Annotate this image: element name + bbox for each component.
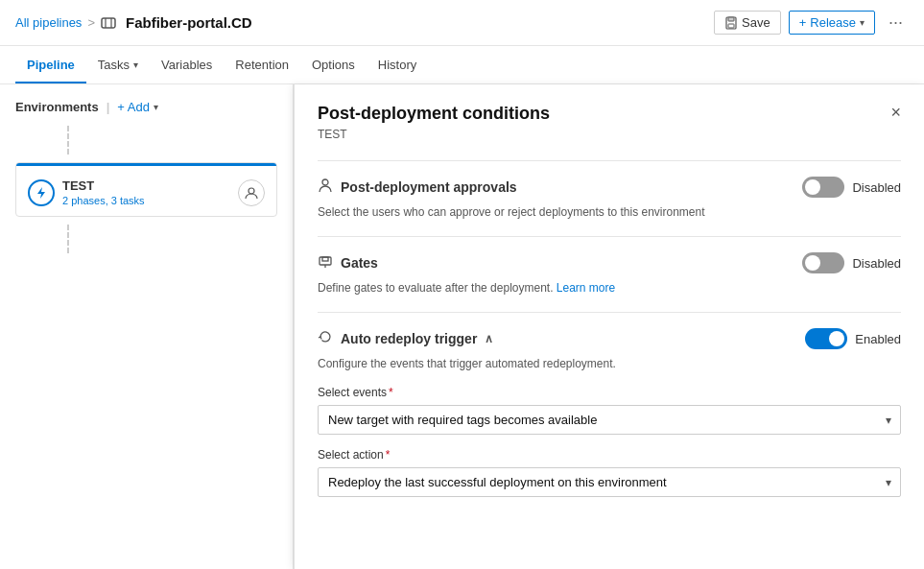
select-events-label: Select events* bbox=[318, 386, 901, 399]
auto-redeploy-icon bbox=[318, 329, 333, 348]
right-panel: Post-deployment conditions × TEST Post-d… bbox=[294, 84, 924, 569]
add-chevron-icon: ▾ bbox=[154, 102, 158, 112]
auto-redeploy-row: Auto redeploy trigger ∧ Enabled bbox=[318, 328, 901, 349]
select-events-wrapper: New target with required tags becomes av… bbox=[318, 405, 901, 435]
approvals-toggle-knob bbox=[805, 179, 820, 195]
release-button[interactable]: + Release ▾ bbox=[789, 11, 875, 35]
select-events-dropdown[interactable]: New target with required tags becomes av… bbox=[318, 405, 901, 435]
select-action-label: Select action* bbox=[318, 448, 901, 462]
svg-point-8 bbox=[322, 179, 328, 185]
add-environment-button[interactable]: + Add ▾ bbox=[117, 100, 158, 114]
select-action-dropdown[interactable]: Redeploy the last successful deployment … bbox=[318, 467, 901, 497]
svg-rect-0 bbox=[102, 18, 115, 28]
panel-subtitle: TEST bbox=[318, 128, 901, 141]
stage-name: TEST bbox=[62, 178, 230, 193]
approvals-icon bbox=[318, 178, 333, 197]
gates-icon bbox=[318, 253, 333, 273]
close-button[interactable]: × bbox=[890, 104, 901, 121]
environments-header: Environments | + Add ▾ bbox=[0, 96, 293, 126]
auto-redeploy-label-row: Auto redeploy trigger ∧ bbox=[318, 329, 493, 348]
gates-toggle[interactable] bbox=[802, 252, 844, 273]
top-bar-actions: Save + Release ▾ ··· bbox=[714, 9, 909, 36]
stage-sub: 2 phases, 3 tasks bbox=[62, 195, 230, 206]
tab-retention[interactable]: Retention bbox=[224, 48, 300, 83]
auto-redeploy-label: Auto redeploy trigger bbox=[341, 331, 477, 346]
gates-toggle-label: Disabled bbox=[852, 256, 901, 271]
top-bar: All pipelines > Fabfiber-portal.CD Save … bbox=[0, 0, 924, 46]
panel-title: Post-deployment conditions bbox=[318, 104, 550, 124]
approvals-label-row: Post-deployment approvals bbox=[318, 178, 517, 197]
more-options-button[interactable]: ··· bbox=[883, 9, 909, 36]
approvals-toggle[interactable] bbox=[802, 177, 844, 198]
approvals-toggle-label: Disabled bbox=[852, 180, 901, 195]
gates-toggle-knob bbox=[805, 255, 820, 271]
learn-more-link[interactable]: Learn more bbox=[557, 281, 615, 295]
tasks-chevron-icon: ▾ bbox=[133, 59, 138, 70]
tab-history[interactable]: History bbox=[367, 48, 428, 83]
tab-tasks[interactable]: Tasks ▾ bbox=[86, 48, 150, 83]
header-sep: | bbox=[107, 100, 110, 114]
svg-point-7 bbox=[249, 188, 254, 194]
gates-label-row: Gates bbox=[318, 253, 378, 273]
select-action-wrapper: Redeploy the last successful deployment … bbox=[318, 467, 901, 497]
approvals-desc: Select the users who can approve or reje… bbox=[318, 203, 901, 221]
auto-redeploy-toggle[interactable] bbox=[805, 328, 847, 349]
pipeline-title: Fabfiber-portal.CD bbox=[126, 14, 252, 31]
release-chevron-icon: ▾ bbox=[860, 17, 865, 28]
gates-section: Gates Disabled Define gates to evaluate … bbox=[318, 236, 901, 312]
gates-toggle-container: Disabled bbox=[802, 252, 901, 273]
environments-label: Environments bbox=[15, 100, 99, 114]
panel-header: Post-deployment conditions × bbox=[318, 104, 901, 124]
breadcrumb-sep: > bbox=[87, 15, 95, 30]
gates-desc: Define gates to evaluate after the deplo… bbox=[318, 279, 901, 296]
all-pipelines-link[interactable]: All pipelines bbox=[15, 15, 82, 30]
tab-variables[interactable]: Variables bbox=[150, 48, 224, 83]
approvals-label: Post-deployment approvals bbox=[341, 179, 517, 195]
stage-top-bar bbox=[16, 163, 276, 166]
main-layout: Environments | + Add ▾ TEST 2 phases, 3 … bbox=[0, 84, 924, 569]
auto-redeploy-toggle-container: Enabled bbox=[805, 328, 901, 349]
nav-tabs: Pipeline Tasks ▾ Variables Retention Opt… bbox=[0, 46, 924, 84]
auto-redeploy-arrow-icon: ∧ bbox=[485, 332, 493, 345]
breadcrumb: All pipelines > Fabfiber-portal.CD bbox=[15, 14, 714, 31]
svg-rect-10 bbox=[322, 257, 328, 261]
gates-row: Gates Disabled bbox=[318, 252, 901, 273]
auto-redeploy-desc: Configure the events that trigger automa… bbox=[318, 355, 901, 372]
approvals-section: Post-deployment approvals Disabled Selec… bbox=[318, 160, 901, 236]
stage-lightning-icon bbox=[28, 179, 55, 206]
auto-redeploy-toggle-label: Enabled bbox=[855, 332, 901, 346]
tab-pipeline[interactable]: Pipeline bbox=[15, 48, 86, 83]
left-panel: Environments | + Add ▾ TEST 2 phases, 3 … bbox=[0, 84, 294, 569]
auto-redeploy-toggle-knob bbox=[829, 331, 844, 346]
save-button[interactable]: Save bbox=[714, 11, 781, 35]
gates-label: Gates bbox=[341, 255, 378, 271]
panel-title-block: Post-deployment conditions bbox=[318, 104, 550, 124]
stage-info: TEST 2 phases, 3 tasks bbox=[62, 178, 230, 206]
svg-rect-5 bbox=[728, 24, 734, 28]
svg-rect-4 bbox=[728, 17, 734, 21]
svg-marker-6 bbox=[37, 187, 45, 199]
plus-icon: + bbox=[799, 15, 807, 30]
tab-options[interactable]: Options bbox=[300, 48, 367, 83]
pipeline-icon bbox=[101, 15, 116, 31]
approvals-row: Post-deployment approvals Disabled bbox=[318, 177, 901, 198]
stage-person-button[interactable] bbox=[238, 179, 265, 206]
pipeline-stage: TEST 2 phases, 3 tasks bbox=[15, 162, 277, 217]
approvals-toggle-container: Disabled bbox=[802, 177, 901, 198]
auto-redeploy-section: Auto redeploy trigger ∧ Enabled Configur… bbox=[318, 312, 901, 512]
